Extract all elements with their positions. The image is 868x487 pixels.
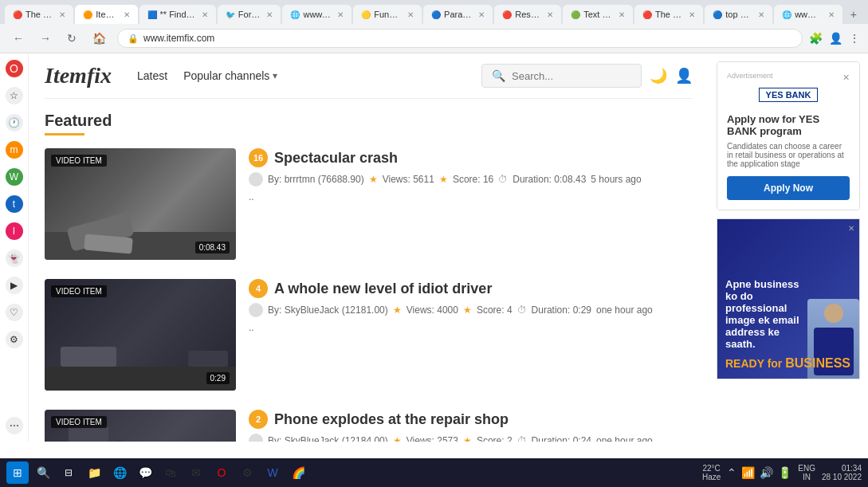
tab-12-close[interactable]: ✕ xyxy=(828,10,835,19)
refresh-button[interactable]: ↻ xyxy=(62,30,81,46)
forward-button[interactable]: → xyxy=(35,30,56,46)
views-1: Views: 5611 xyxy=(383,174,434,185)
tab-8-close[interactable]: ✕ xyxy=(547,10,553,19)
tab-6-close[interactable]: ✕ xyxy=(407,10,414,19)
video-desc-2: .. xyxy=(249,322,693,333)
duration-text-2: Duration: 0:29 xyxy=(532,304,591,316)
sidebar-settings-icon[interactable]: ⚙ xyxy=(6,331,23,348)
video-label-2: VIDEO ITEM xyxy=(51,285,107,297)
ad2-line3: professional xyxy=(725,302,850,314)
site-nav: Latest Popular channels ▾ xyxy=(137,69,277,82)
new-tab-button[interactable]: + xyxy=(844,5,863,24)
ad2-line5: address ke xyxy=(725,326,850,338)
tab-10[interactable]: 🔴 The Best... ✕ xyxy=(634,5,703,24)
video-title-row-1: 16 Spectacular crash xyxy=(249,148,693,167)
tab-8[interactable]: 🔴 Resourc... ✕ xyxy=(494,5,561,24)
ad-close-1[interactable]: ✕ xyxy=(842,73,850,83)
tab-9[interactable]: 🟢 Text Sum... ✕ xyxy=(563,5,633,24)
video-title-row-3: 2 Phone explodes at the repair shop xyxy=(249,410,693,429)
tab-11-close[interactable]: ✕ xyxy=(758,10,764,19)
dark-mode-button[interactable]: 🌙 xyxy=(650,67,667,84)
search-input[interactable] xyxy=(512,70,631,82)
sidebar-heart-icon[interactable]: ♡ xyxy=(6,304,23,321)
nav-popular-channels[interactable]: Popular channels ▾ xyxy=(183,69,277,82)
tab-bar: 🔴 The Best... ✕ 🟠 ItemFix - ✕ 🟦 ** Find … xyxy=(0,0,868,24)
score-badge-3: 2 xyxy=(249,410,268,429)
video-duration-2: 0:29 xyxy=(206,372,230,384)
tab-5-close[interactable]: ✕ xyxy=(337,10,344,19)
video-meta-2: By: SkyBlueJack (12181.00) ★ Views: 4000… xyxy=(249,303,693,317)
views-3: Views: 2573 xyxy=(407,435,458,442)
extensions-button[interactable]: 🧩 xyxy=(809,32,823,45)
tab-12[interactable]: 🌐 www.gov... ✕ xyxy=(774,5,842,24)
section-title: Featured xyxy=(45,112,693,130)
video-item-3: VIDEO ITEM 0:24 2 Phone explodes at the … xyxy=(45,410,693,442)
search-bar[interactable]: 🔍 xyxy=(481,64,642,88)
sidebar-instagram-icon[interactable]: I xyxy=(6,222,23,240)
home-button[interactable]: 🏠 xyxy=(88,30,111,46)
tab-2[interactable]: 🟠 ItemFix - ✕ xyxy=(75,5,137,24)
sidebar-more-icon[interactable]: ⋯ xyxy=(6,417,23,434)
lock-icon: 🔒 xyxy=(128,33,139,44)
sidebar-telegram-icon[interactable]: t xyxy=(6,195,23,213)
video-duration-1: 0:08.43 xyxy=(195,242,230,253)
video-title-1[interactable]: Spectacular crash xyxy=(274,150,398,167)
sidebar-player-icon[interactable]: ▶ xyxy=(6,277,23,294)
ad2-line6: saath. xyxy=(725,338,850,350)
tab-3[interactable]: 🟦 ** Find your... ✕ xyxy=(139,5,216,24)
star-icon-6: ★ xyxy=(463,435,472,442)
video-thumbnail-3[interactable]: VIDEO ITEM 0:24 xyxy=(45,410,236,442)
nav-latest[interactable]: Latest xyxy=(137,69,167,82)
tab-5[interactable]: 🌐 www.eno... ✕ xyxy=(282,5,352,24)
ad-close-2[interactable]: ✕ xyxy=(848,224,854,233)
tab-3-close[interactable]: ✕ xyxy=(202,10,208,19)
video-label-3: VIDEO ITEM xyxy=(51,416,107,428)
score-text-1: Score: 16 xyxy=(453,174,493,185)
ad-cta-1[interactable]: Apply Now xyxy=(727,176,850,200)
site-logo[interactable]: Itemfix xyxy=(45,63,112,88)
ad2-line4: image ek email xyxy=(725,314,850,326)
tab-1[interactable]: 🔴 The Best... ✕ xyxy=(5,5,73,24)
score-badge-1: 16 xyxy=(249,148,268,167)
tab-2-close[interactable]: ✕ xyxy=(124,10,130,19)
browser-actions: 🧩 👤 ⋮ xyxy=(809,32,860,45)
menu-button[interactable]: ⋮ xyxy=(849,32,860,45)
video-title-3[interactable]: Phone explodes at the repair shop xyxy=(274,411,509,428)
tab-10-close[interactable]: ✕ xyxy=(689,10,695,19)
star-icon-5: ★ xyxy=(393,435,402,442)
star-icon-2: ★ xyxy=(439,174,448,185)
tab-4[interactable]: 🐦 For You - ✕ xyxy=(218,5,281,24)
tab-7[interactable]: 🔵 Paraphra... ✕ xyxy=(423,5,493,24)
tab-9-close[interactable]: ✕ xyxy=(619,10,625,19)
login-button[interactable]: 👤 xyxy=(675,67,693,84)
address-bar[interactable]: 🔒 www.itemfix.com xyxy=(117,29,803,48)
duration-text-1: Duration: 0:08.43 xyxy=(513,174,586,185)
sidebar-opera-icon[interactable]: O xyxy=(6,60,23,77)
ad-box-1: Advertisement ✕ YES BANK Apply now for Y… xyxy=(717,61,860,210)
ad-body-1: Candidates can choose a career in retail… xyxy=(727,142,850,168)
sidebar-history-icon[interactable]: 🕐 xyxy=(6,114,23,132)
sidebar-snap-icon[interactable]: 👻 xyxy=(6,249,23,267)
video-title-2[interactable]: A whole new level of idiot driver xyxy=(274,281,492,297)
tab-1-close[interactable]: ✕ xyxy=(59,10,65,19)
profile-button[interactable]: 👤 xyxy=(829,32,842,45)
video-thumbnail-2[interactable]: VIDEO ITEM 0:29 xyxy=(45,279,236,391)
tab-4-close[interactable]: ✕ xyxy=(266,10,273,19)
tab-11[interactable]: 🔵 top 10 lu... ✕ xyxy=(705,5,772,24)
tab-7-close[interactable]: ✕ xyxy=(478,10,485,19)
back-button[interactable]: ← xyxy=(8,30,29,46)
ad-box-2: ✕ Apne business ko do professional image… xyxy=(717,218,860,379)
sidebar-messenger-icon[interactable]: m xyxy=(6,141,23,159)
browser-chrome: 🔴 The Best... ✕ 🟠 ItemFix - ✕ 🟦 ** Find … xyxy=(0,0,868,53)
sidebar-whatsapp-icon[interactable]: W xyxy=(6,168,23,186)
video-thumbnail-1[interactable]: VIDEO ITEM 0:08.43 xyxy=(45,148,236,260)
time-ago-1: 5 hours ago xyxy=(591,174,641,185)
video-title-row-2: 4 A whole new level of idiot driver xyxy=(249,279,693,298)
ad2-highlight: READY for BUSINESS xyxy=(725,356,850,371)
sidebar-bookmarks-icon[interactable]: ☆ xyxy=(6,87,23,104)
video-meta-3: By: SkyBlueJack (12184.00) ★ Views: 2573… xyxy=(249,434,693,442)
main-content: Itemfix Latest Popular channels ▾ 🔍 xyxy=(29,53,709,442)
video-info-2: 4 A whole new level of idiot driver By: … xyxy=(249,279,693,391)
clock-icon-1: ⏱ xyxy=(498,174,508,185)
tab-6[interactable]: 🟡 Funny Pi... ✕ xyxy=(353,5,422,24)
